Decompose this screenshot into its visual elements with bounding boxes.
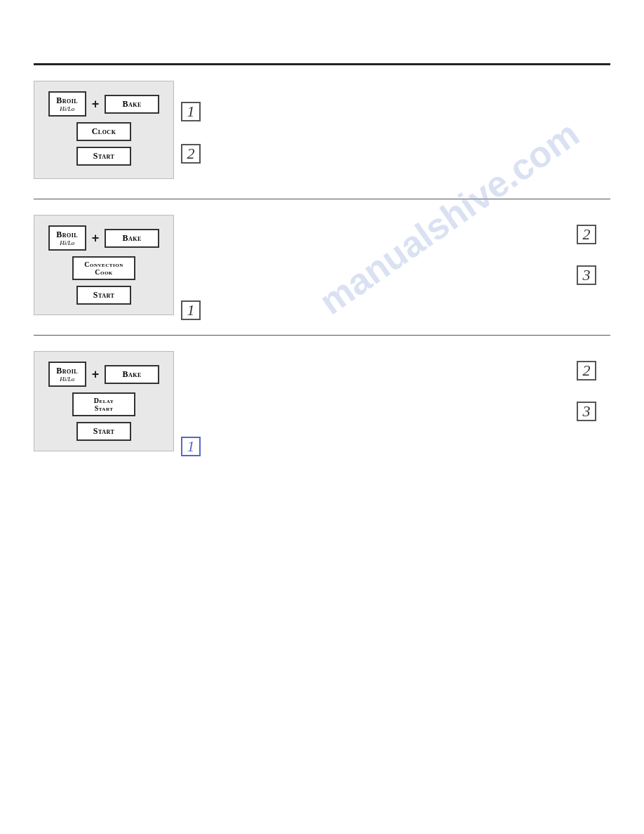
broil-button-1[interactable]: Broil Hi/Lo [48,91,86,117]
panel-3: Broil Hi/Lo + Bake Delay Start Start [34,351,174,451]
clock-button[interactable]: Clock [76,122,131,141]
step-2-s3: 2 [577,361,596,380]
bake-button-2[interactable]: Bake [105,229,159,248]
panel-1: Broil Hi/Lo + Bake Clock Start [34,81,174,179]
section-3: Broil Hi/Lo + Bake Delay Start Start 1 2 [0,336,644,471]
step-2-s1: 2 [181,144,201,164]
step-1-s2: 1 [181,300,201,320]
delay-start-button[interactable]: Delay Start [72,392,135,416]
start-button-3[interactable]: Start [76,422,131,441]
start-button-1[interactable]: Start [76,147,131,166]
step-num-2-s3: 2 [577,361,596,380]
step-1-s3: 1 [181,437,201,456]
plus-sign-2: + [92,231,100,246]
step-num-2-s2: 2 [577,225,596,244]
broil-button-3[interactable]: Broil Hi/Lo [48,362,86,387]
panel-2: Broil Hi/Lo + Bake Convection Cook Start [34,215,174,315]
start-button-2[interactable]: Start [76,286,131,305]
step-3-s3: 3 [577,402,596,421]
steps-area-3: 1 2 3 [174,351,610,449]
step-num-2-s1: 2 [181,144,201,164]
step-num-3-s2: 3 [577,265,596,285]
plus-sign-3: + [92,367,100,382]
plus-sign-1: + [92,97,100,112]
broil-button-2[interactable]: Broil Hi/Lo [48,225,86,251]
steps-area-2: 1 2 3 [174,215,610,313]
step-num-1-s3: 1 [181,437,201,456]
step-num-1-s1: 1 [181,102,201,121]
convection-cook-button[interactable]: Convection Cook [72,256,135,280]
bake-button-1[interactable]: Bake [105,95,159,114]
step-1-s1: 1 [181,102,201,121]
section-2: Broil Hi/Lo + Bake Convection Cook Start… [0,199,644,335]
step-num-1-s2: 1 [181,300,201,320]
panel-row1: Broil Hi/Lo + Bake [48,91,160,117]
steps-area-1: 1 2 [174,81,610,172]
panel-row1-3: Broil Hi/Lo + Bake [48,362,160,387]
step-2-s2: 2 [577,225,596,244]
section-1: Broil Hi/Lo + Bake Clock Start 1 2 [0,65,644,199]
panel-row1-2: Broil Hi/Lo + Bake [48,225,160,251]
bake-button-3[interactable]: Bake [105,365,159,384]
step-num-3-s3: 3 [577,402,596,421]
step-3-s2: 3 [577,265,596,285]
